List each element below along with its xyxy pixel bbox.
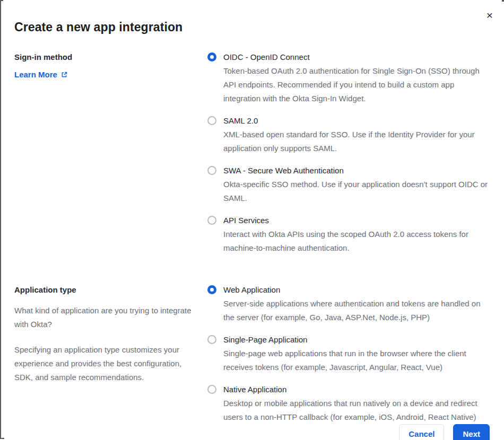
radio-button[interactable] bbox=[207, 52, 216, 61]
option-oidc[interactable]: OIDC - OpenID Connect Token-based OAuth … bbox=[207, 51, 491, 105]
option-description: XML-based open standard for SSO. Use if … bbox=[223, 128, 491, 155]
radio-button[interactable] bbox=[207, 335, 216, 344]
radio-button[interactable] bbox=[207, 385, 216, 394]
option-single-page-application[interactable]: Single-Page Application Single-page web … bbox=[207, 333, 491, 374]
dialog-title: Create a new app integration bbox=[14, 20, 491, 34]
signin-method-options: OIDC - OpenID Connect Token-based OAuth … bbox=[207, 51, 491, 255]
external-link-icon bbox=[60, 71, 68, 78]
option-description: Single-page web applications that run in… bbox=[223, 347, 491, 374]
option-swa[interactable]: SWA - Secure Web Authentication Okta-spe… bbox=[207, 164, 491, 205]
window-border-top-left bbox=[0, 0, 3, 1]
option-api-services[interactable]: API Services Interact with Okta APIs usi… bbox=[207, 214, 491, 255]
option-label[interactable]: Native Application bbox=[223, 383, 491, 396]
window-border-top-right bbox=[502, 0, 504, 2]
option-description: Okta-specific SSO method. Use if your ap… bbox=[223, 178, 491, 205]
radio-button[interactable] bbox=[207, 166, 216, 175]
learn-more-label: Learn More bbox=[14, 70, 57, 79]
window-border-bottom-left bbox=[0, 438, 4, 439]
option-label[interactable]: Single-Page Application bbox=[223, 333, 491, 346]
learn-more-link[interactable]: Learn More bbox=[14, 70, 68, 79]
option-web-application[interactable]: Web Application Server-side applications… bbox=[207, 284, 491, 324]
application-type-description-1: What kind of application are you trying … bbox=[14, 304, 195, 331]
application-type-left-column: Application type What kind of applicatio… bbox=[14, 284, 195, 384]
option-description: Desktop or mobile applications that run … bbox=[223, 397, 491, 424]
window-border-left bbox=[0, 0, 1, 439]
application-type-label: Application type bbox=[14, 284, 195, 296]
dialog-footer: Cancel Next bbox=[14, 424, 491, 440]
application-type-description-2: Specifying an application type customize… bbox=[14, 343, 195, 384]
option-description: Interact with Okta APIs using the scoped… bbox=[223, 227, 491, 255]
application-type-options: Web Application Server-side applications… bbox=[207, 284, 491, 424]
option-description: Token-based OAuth 2.0 authentication for… bbox=[223, 64, 491, 105]
signin-method-section: Sign-in method Learn More OIDC - OpenID … bbox=[14, 51, 491, 255]
signin-method-left-column: Sign-in method Learn More bbox=[14, 51, 195, 80]
cancel-button[interactable]: Cancel bbox=[399, 424, 444, 440]
option-label[interactable]: SAML 2.0 bbox=[223, 115, 491, 127]
signin-method-label: Sign-in method bbox=[14, 51, 195, 64]
option-native-application[interactable]: Native Application Desktop or mobile app… bbox=[207, 383, 491, 424]
radio-button[interactable] bbox=[207, 116, 216, 125]
option-label[interactable]: Web Application bbox=[223, 284, 491, 296]
radio-button[interactable] bbox=[207, 216, 216, 225]
close-icon[interactable]: × bbox=[486, 10, 493, 21]
option-description: Server-side applications where authentic… bbox=[223, 297, 491, 324]
create-app-integration-dialog: × Create a new app integration Sign-in m… bbox=[0, 0, 504, 440]
next-button[interactable]: Next bbox=[453, 424, 490, 440]
option-saml[interactable]: SAML 2.0 XML-based open standard for SSO… bbox=[207, 115, 491, 155]
option-label[interactable]: SWA - Secure Web Authentication bbox=[223, 164, 491, 177]
radio-button[interactable] bbox=[207, 285, 216, 294]
application-type-section: Application type What kind of applicatio… bbox=[14, 284, 491, 424]
option-label[interactable]: API Services bbox=[223, 214, 491, 227]
option-label[interactable]: OIDC - OpenID Connect bbox=[223, 51, 491, 64]
